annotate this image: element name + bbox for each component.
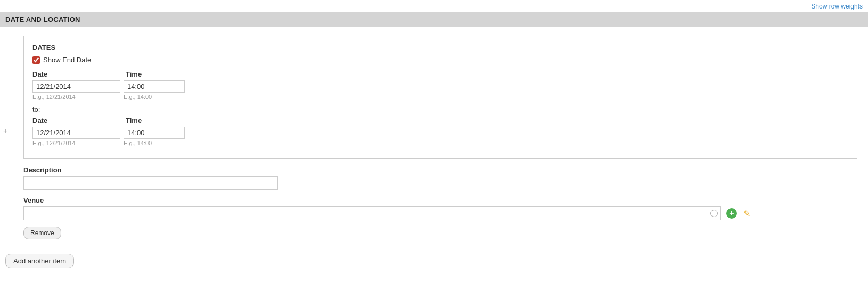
end-date-label: Date	[32, 116, 126, 124]
section-header: DATE AND LOCATION	[0, 12, 868, 27]
venue-add-icon[interactable]: +	[726, 208, 737, 219]
start-date-group: Date Time E.g., 12/21/2014 E.g., 14:00	[32, 70, 848, 100]
dates-title: DATES	[32, 44, 848, 52]
top-bar: Show row weights	[0, 0, 868, 12]
start-date-label: Date	[32, 70, 126, 78]
venue-section: Venue + ✎	[23, 196, 857, 220]
end-time-input[interactable]	[124, 127, 185, 139]
add-item-section: Add another item	[0, 248, 868, 273]
end-date-hint: E.g., 12/21/2014	[32, 140, 120, 146]
start-date-hint: E.g., 12/21/2014	[32, 94, 120, 100]
show-end-date-row: Show End Date	[32, 56, 848, 64]
venue-label: Venue	[23, 196, 857, 204]
start-time-input[interactable]	[124, 80, 185, 93]
end-time-hint: E.g., 14:00	[124, 140, 152, 146]
description-label: Description	[23, 166, 857, 174]
venue-circle-icon	[710, 210, 718, 217]
start-date-input[interactable]	[32, 80, 120, 93]
remove-button[interactable]: Remove	[23, 227, 61, 239]
venue-edit-icon[interactable]: ✎	[743, 209, 750, 219]
end-date-input[interactable]	[32, 127, 120, 139]
to-label: to:	[32, 105, 848, 113]
description-input[interactable]	[23, 176, 278, 190]
add-another-item-button[interactable]: Add another item	[5, 254, 74, 268]
main-content: + DATES Show End Date Date Time E.g., 12…	[0, 27, 868, 248]
dates-box: DATES Show End Date Date Time E.g., 12/2…	[23, 36, 857, 159]
section-title: DATE AND LOCATION	[5, 15, 80, 23]
description-section: Description	[23, 166, 857, 190]
show-end-date-label: Show End Date	[43, 56, 91, 64]
show-end-date-checkbox[interactable]	[32, 56, 40, 64]
end-time-label: Time	[126, 116, 142, 124]
show-row-weights-link[interactable]: Show row weights	[811, 3, 863, 10]
drag-handle[interactable]: +	[3, 127, 7, 135]
end-date-group: Date Time E.g., 12/21/2014 E.g., 14:00	[32, 116, 848, 146]
venue-input[interactable]	[23, 206, 721, 220]
venue-input-wrapper	[23, 206, 721, 220]
start-time-hint: E.g., 14:00	[124, 94, 152, 100]
venue-action-icons: + ✎	[726, 208, 750, 219]
start-time-label: Time	[126, 70, 142, 78]
